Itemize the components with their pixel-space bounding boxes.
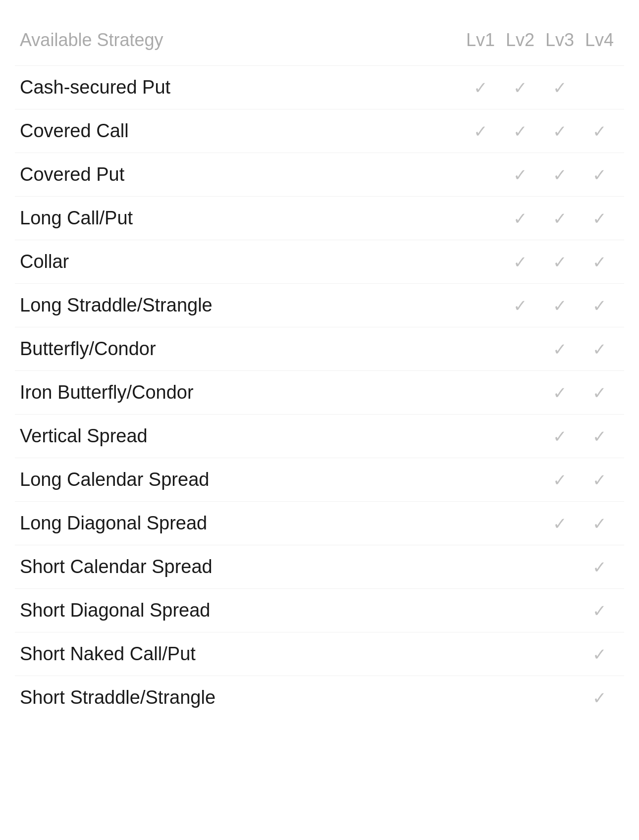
checkmark-icon: ✓ [592, 252, 606, 272]
table-row: Covered Put✓✓✓ [15, 153, 624, 196]
strategy-name: Vertical Spread [20, 425, 461, 447]
strategy-name: Long Calendar Spread [20, 469, 461, 490]
check-lv3: ✓ [540, 121, 580, 141]
strategy-name: Long Diagonal Spread [20, 513, 461, 534]
check-lv2: ✓ [500, 296, 540, 315]
table-row: Long Calendar Spread✓✓ [15, 458, 624, 501]
checkmark-icon: ✓ [592, 296, 606, 315]
check-lv2: ✓ [500, 121, 540, 141]
strategy-name: Cash-secured Put [20, 77, 461, 98]
strategy-name: Short Calendar Spread [20, 556, 461, 578]
check-lv4: ✓ [580, 121, 619, 141]
checkmark-icon: ✓ [592, 514, 606, 533]
strategy-name: Long Call/Put [20, 208, 461, 229]
table-row: Long Straddle/Strangle✓✓✓ [15, 283, 624, 327]
strategy-name: Collar [20, 251, 461, 272]
check-lv4: ✓ [580, 688, 619, 708]
strategy-name: Covered Put [20, 164, 461, 185]
checkmark-icon: ✓ [553, 514, 567, 533]
checkmark-icon: ✓ [513, 165, 527, 185]
strategy-column-header: Available Strategy [20, 30, 461, 51]
check-lv3: ✓ [540, 426, 580, 446]
check-lv4: ✓ [580, 339, 619, 359]
checkmark-icon: ✓ [553, 339, 567, 359]
table-row: Vertical Spread✓✓ [15, 414, 624, 458]
checkmark-icon: ✓ [592, 209, 606, 228]
checkmark-icon: ✓ [592, 426, 606, 446]
table-row: Butterfly/Condor✓✓ [15, 327, 624, 370]
level-3-header: Lv3 [540, 30, 580, 51]
check-lv4: ✓ [580, 601, 619, 621]
checkmark-icon: ✓ [592, 644, 606, 664]
checkmark-icon: ✓ [513, 121, 527, 141]
table-row: Short Diagonal Spread✓ [15, 588, 624, 632]
check-lv4: ✓ [580, 209, 619, 228]
checkmark-icon: ✓ [553, 383, 567, 403]
strategy-name: Short Naked Call/Put [20, 643, 461, 665]
checkmark-icon: ✓ [553, 209, 567, 228]
checkmark-icon: ✓ [592, 470, 606, 490]
check-lv4: ✓ [580, 514, 619, 533]
checkmark-icon: ✓ [592, 688, 606, 708]
table-header: Available Strategy Lv1 Lv2 Lv3 Lv4 [15, 20, 624, 65]
check-lv1: ✓ [461, 121, 500, 141]
checkmark-icon: ✓ [592, 339, 606, 359]
checkmark-icon: ✓ [553, 121, 567, 141]
strategy-table: Available Strategy Lv1 Lv2 Lv3 Lv4 Cash-… [15, 20, 624, 719]
strategy-name: Iron Butterfly/Condor [20, 382, 461, 403]
check-lv3: ✓ [540, 209, 580, 228]
check-lv3: ✓ [540, 252, 580, 272]
strategy-name: Butterfly/Condor [20, 338, 461, 360]
check-lv3: ✓ [540, 78, 580, 98]
checkmark-icon: ✓ [592, 165, 606, 185]
table-row: Short Naked Call/Put✓ [15, 632, 624, 676]
checkmark-icon: ✓ [592, 121, 606, 141]
table-row: Long Call/Put✓✓✓ [15, 196, 624, 240]
checkmark-icon: ✓ [513, 209, 527, 228]
check-lv4: ✓ [580, 252, 619, 272]
check-lv4: ✓ [580, 557, 619, 577]
check-lv4: ✓ [580, 165, 619, 185]
check-lv4: ✓ [580, 383, 619, 403]
checkmark-icon: ✓ [474, 121, 487, 141]
table-row: Short Straddle/Strangle✓ [15, 676, 624, 719]
strategy-name: Long Straddle/Strangle [20, 295, 461, 316]
strategy-name: Short Diagonal Spread [20, 600, 461, 621]
checkmark-icon: ✓ [474, 78, 487, 98]
level-2-header: Lv2 [500, 30, 540, 51]
check-lv2: ✓ [500, 209, 540, 228]
checkmark-icon: ✓ [553, 296, 567, 315]
checkmark-icon: ✓ [513, 252, 527, 272]
check-lv2: ✓ [500, 252, 540, 272]
check-lv3: ✓ [540, 296, 580, 315]
check-lv3: ✓ [540, 165, 580, 185]
check-lv4: ✓ [580, 644, 619, 664]
check-lv2: ✓ [500, 78, 540, 98]
checkmark-icon: ✓ [553, 165, 567, 185]
table-row: Iron Butterfly/Condor✓✓ [15, 370, 624, 414]
level-1-header: Lv1 [461, 30, 500, 51]
check-lv1: ✓ [461, 78, 500, 98]
checkmark-icon: ✓ [553, 78, 567, 98]
check-lv4: ✓ [580, 470, 619, 490]
level-4-header: Lv4 [580, 30, 619, 51]
checkmark-icon: ✓ [553, 470, 567, 490]
check-lv3: ✓ [540, 339, 580, 359]
checkmark-icon: ✓ [592, 557, 606, 577]
table-row: Long Diagonal Spread✓✓ [15, 501, 624, 545]
checkmark-icon: ✓ [553, 426, 567, 446]
check-lv3: ✓ [540, 514, 580, 533]
check-lv4: ✓ [580, 426, 619, 446]
table-row: Short Calendar Spread✓ [15, 545, 624, 588]
checkmark-icon: ✓ [592, 383, 606, 403]
checkmark-icon: ✓ [513, 296, 527, 315]
table-row: Covered Call✓✓✓✓ [15, 109, 624, 153]
check-lv3: ✓ [540, 470, 580, 490]
checkmark-icon: ✓ [513, 78, 527, 98]
checkmark-icon: ✓ [592, 601, 606, 621]
strategy-name: Covered Call [20, 120, 461, 142]
check-lv3: ✓ [540, 383, 580, 403]
strategy-name: Short Straddle/Strangle [20, 687, 461, 708]
table-row: Cash-secured Put✓✓✓ [15, 65, 624, 109]
table-row: Collar✓✓✓ [15, 240, 624, 283]
